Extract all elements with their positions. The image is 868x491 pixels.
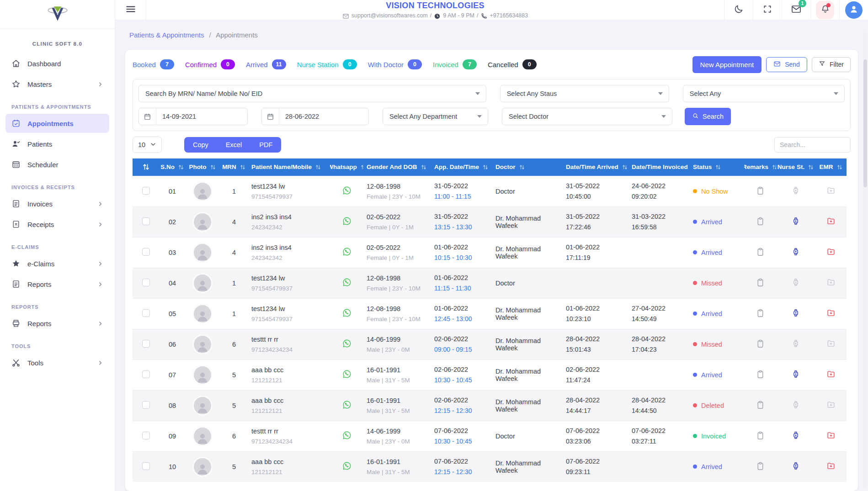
sidebar-item-tools[interactable]: Tools (5, 353, 109, 372)
dark-mode-button[interactable] (724, 0, 753, 20)
remarks-clipboard-icon[interactable] (756, 278, 765, 287)
tab-confirmed[interactable]: Confirmed0 (185, 59, 235, 69)
sidebar-item-masters[interactable]: Masters (5, 74, 109, 94)
nurse-station-watch-icon[interactable] (791, 216, 800, 226)
remarks-clipboard-icon[interactable] (756, 216, 765, 226)
fullscreen-button[interactable] (753, 0, 782, 20)
appointment-time[interactable]: 12:15 - 12:30 (434, 468, 490, 475)
table-search-input[interactable] (774, 137, 851, 153)
send-button[interactable]: Send (766, 57, 807, 72)
remarks-clipboard-icon[interactable] (756, 400, 765, 410)
emr-folder-plus-icon[interactable] (826, 278, 836, 287)
row-checkbox[interactable] (142, 432, 150, 439)
sort-icon[interactable] (210, 164, 216, 170)
sort-icon[interactable] (519, 164, 525, 170)
sort-icon[interactable] (772, 164, 776, 170)
menu-toggle-button[interactable] (115, 0, 146, 20)
messages-button[interactable]: 1 (782, 0, 810, 20)
export-copy-button[interactable]: Copy (184, 137, 217, 153)
new-appointment-button[interactable]: New Appointment (692, 56, 762, 73)
emr-folder-plus-icon[interactable] (826, 216, 836, 226)
sort-icon[interactable] (808, 164, 814, 170)
remarks-clipboard-icon[interactable] (756, 247, 765, 257)
status-select[interactable]: Select Any Staus (500, 85, 669, 102)
row-checkbox[interactable] (142, 340, 150, 348)
emr-folder-plus-icon[interactable] (826, 308, 836, 317)
tab-booked[interactable]: Booked7 (133, 59, 174, 69)
whatsapp-icon[interactable] (342, 430, 352, 440)
date-to-input[interactable]: 28-06-2022 (261, 108, 369, 125)
remarks-clipboard-icon[interactable] (756, 186, 765, 195)
sort-icon[interactable] (142, 163, 150, 171)
sort-icon[interactable] (178, 164, 184, 170)
appointment-time[interactable]: 11:00 - 11:15 (434, 193, 490, 200)
sidebar-item-receipts[interactable]: Receipts (5, 215, 109, 234)
appointment-time[interactable]: 11:15 - 11:30 (434, 285, 490, 292)
emr-folder-plus-icon[interactable] (826, 370, 836, 379)
department-select[interactable]: Select Any Department (383, 108, 488, 125)
whatsapp-icon[interactable] (342, 277, 352, 287)
emr-folder-plus-icon[interactable] (826, 247, 836, 256)
emr-folder-plus-icon[interactable] (826, 339, 836, 348)
nurse-station-watch-icon[interactable] (791, 247, 800, 256)
any-select[interactable]: Select Any (683, 85, 845, 102)
sidebar-item-e-claims[interactable]: e-Claims (5, 254, 109, 273)
row-checkbox[interactable] (142, 370, 150, 378)
row-checkbox[interactable] (142, 462, 150, 470)
nurse-station-watch-icon[interactable] (791, 461, 800, 470)
row-checkbox[interactable] (142, 187, 150, 195)
remarks-clipboard-icon[interactable] (756, 308, 765, 318)
emr-folder-plus-icon[interactable] (826, 461, 836, 470)
sidebar-item-patients[interactable]: Patients (5, 134, 109, 153)
sidebar-item-scheduler[interactable]: Scheduler (5, 155, 109, 174)
sort-icon[interactable] (315, 164, 321, 170)
row-checkbox[interactable] (142, 279, 150, 286)
sidebar-item-invoices[interactable]: Invoices (5, 194, 109, 213)
page-scrollbar[interactable] (863, 32, 867, 489)
search-by-select[interactable]: Search By MRN/ Name/ Mobile No/ EID (138, 85, 486, 102)
sort-icon[interactable] (421, 164, 427, 170)
date-from-input[interactable]: 14-09-2021 (138, 108, 248, 125)
notifications-button[interactable] (810, 0, 839, 20)
sidebar-item-appointments[interactable]: Appointments (5, 114, 109, 133)
row-checkbox[interactable] (142, 401, 150, 409)
whatsapp-icon[interactable] (342, 185, 352, 195)
sidebar-item-reports[interactable]: Reports (5, 314, 109, 333)
filter-button[interactable]: Filter (812, 57, 851, 72)
row-checkbox[interactable] (142, 217, 150, 225)
sort-icon[interactable] (482, 164, 489, 170)
emr-folder-plus-icon[interactable] (826, 431, 836, 440)
whatsapp-icon[interactable] (342, 369, 352, 379)
export-excel-button[interactable]: Excel (217, 137, 250, 153)
whatsapp-icon[interactable] (342, 247, 352, 257)
tab-arrived[interactable]: Arrived11 (246, 59, 286, 69)
whatsapp-icon[interactable] (342, 216, 352, 226)
sort-icon[interactable] (240, 164, 246, 170)
remarks-clipboard-icon[interactable] (756, 370, 765, 379)
remarks-clipboard-icon[interactable] (756, 461, 765, 471)
remarks-clipboard-icon[interactable] (756, 431, 765, 440)
scrollbar-thumb[interactable] (863, 59, 867, 187)
tab-nurse-station[interactable]: Nurse Station0 (297, 59, 357, 69)
sort-icon[interactable] (360, 164, 364, 170)
whatsapp-icon[interactable] (342, 308, 352, 318)
whatsapp-icon[interactable] (342, 400, 352, 410)
appointment-time[interactable]: 13:15 - 13:30 (434, 223, 490, 231)
emr-folder-plus-icon[interactable] (826, 186, 836, 195)
nurse-station-watch-icon[interactable] (791, 431, 800, 440)
sort-icon[interactable] (836, 164, 843, 170)
tab-cancelled[interactable]: Cancelled0 (488, 59, 537, 69)
breadcrumb-parent-link[interactable]: Patients & Appointments (129, 31, 204, 39)
sort-icon[interactable] (715, 164, 721, 170)
doctor-select[interactable]: Select Doctor (502, 108, 672, 125)
appointment-time[interactable]: 12:15 - 12:30 (434, 407, 490, 414)
sidebar-item-dashboard[interactable]: Dashboard (5, 54, 109, 73)
nurse-station-watch-icon[interactable] (791, 370, 800, 379)
sort-icon[interactable] (622, 164, 628, 170)
appointment-time[interactable]: 12:45 - 13:00 (434, 315, 490, 322)
nurse-station-watch-icon[interactable] (791, 186, 800, 195)
appointment-time[interactable]: 10:30 - 10:45 (434, 438, 490, 445)
profile-button[interactable] (839, 0, 868, 20)
appointment-time[interactable]: 09:00 - 09:15 (434, 346, 490, 353)
search-button[interactable]: Search (685, 108, 731, 125)
